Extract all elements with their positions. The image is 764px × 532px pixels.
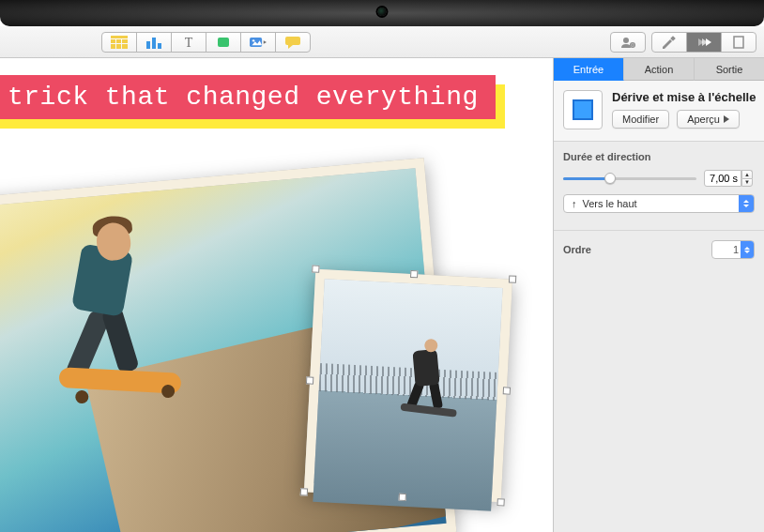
svg-rect-16: [285, 37, 300, 45]
duration-slider[interactable]: [563, 172, 696, 185]
format-inspector-button[interactable]: [651, 32, 687, 53]
media-icon: [250, 36, 267, 49]
svg-rect-8: [152, 38, 156, 49]
inspector-tabs: Entrée Action Sortie: [554, 58, 764, 81]
tab-exit[interactable]: Sortie: [695, 58, 764, 81]
photo-small-skater[interactable]: [304, 269, 512, 503]
arrow-up-icon: ↑: [572, 198, 577, 209]
document-inspector-button[interactable]: [721, 32, 756, 53]
chart-icon: [145, 36, 162, 49]
animate-inspector-button[interactable]: [686, 32, 722, 53]
svg-rect-4: [111, 44, 115, 49]
animation-name: Dérive et mise à l'échelle: [612, 90, 755, 104]
svg-rect-26: [734, 37, 743, 48]
svg-rect-5: [116, 44, 121, 49]
stepper-down[interactable]: ▼: [741, 178, 753, 188]
insert-table-button[interactable]: [101, 32, 137, 53]
svg-text:T: T: [185, 36, 193, 49]
text-icon: T: [180, 36, 197, 49]
order-popup[interactable]: 1: [711, 240, 755, 259]
order-label: Ordre: [563, 244, 711, 255]
resize-handle[interactable]: [497, 498, 504, 506]
laptop-bezel: [0, 0, 764, 26]
direction-value: Vers le haut: [583, 198, 637, 209]
insert-media-button[interactable]: [240, 32, 276, 53]
table-icon: [111, 36, 128, 49]
chevron-updown-icon: [741, 241, 754, 258]
svg-marker-17: [288, 45, 293, 49]
svg-rect-9: [158, 43, 161, 49]
duration-section: Durée et direction ▲ ▼ ↑ Vers le haut: [554, 142, 764, 226]
insert-text-button[interactable]: T: [171, 32, 206, 53]
animation-thumbnail: [563, 90, 603, 129]
svg-rect-2: [116, 39, 121, 43]
insert-chart-button[interactable]: [136, 32, 172, 53]
duration-stepper[interactable]: ▲ ▼: [741, 170, 753, 187]
drift-scale-icon: [573, 99, 593, 120]
svg-rect-0: [111, 36, 128, 38]
tab-action[interactable]: Action: [624, 58, 695, 81]
stepper-up[interactable]: ▲: [741, 170, 753, 178]
svg-rect-22: [670, 36, 676, 41]
svg-point-13: [252, 39, 254, 41]
svg-rect-1: [111, 39, 115, 43]
direction-popup[interactable]: ↑ Vers le haut: [563, 194, 755, 213]
insert-shape-button[interactable]: [206, 32, 241, 53]
svg-rect-11: [218, 38, 229, 47]
slider-thumb[interactable]: [604, 173, 616, 184]
format-icon: [661, 36, 678, 49]
play-icon: [724, 115, 729, 123]
resize-handle[interactable]: [509, 275, 516, 282]
resize-handle[interactable]: [503, 387, 511, 394]
insert-group: T: [101, 32, 311, 53]
collaborate-icon: [619, 36, 636, 49]
order-row: Ordre 1: [554, 235, 764, 265]
camera-icon: [378, 8, 387, 16]
divider: [554, 230, 764, 231]
duration-field[interactable]: [704, 170, 741, 187]
svg-rect-3: [122, 39, 128, 43]
toolbar: T: [0, 26, 764, 58]
slide-canvas[interactable]: trick that changed everything: [0, 58, 553, 532]
svg-rect-7: [146, 41, 150, 49]
comment-icon: [284, 36, 301, 49]
chevron-updown-icon: [739, 195, 754, 212]
animation-header: Dérive et mise à l'échelle Modifier Aper…: [554, 81, 764, 142]
insert-comment-button[interactable]: [275, 32, 311, 53]
svg-marker-15: [264, 40, 267, 43]
order-value: 1: [733, 244, 739, 255]
inspector-panel: Entrée Action Sortie Dérive et mise à l'…: [553, 58, 764, 532]
tab-entry[interactable]: Entrée: [554, 58, 624, 81]
animate-icon: [695, 36, 712, 49]
svg-point-18: [623, 38, 629, 43]
modify-button[interactable]: Modifier: [612, 110, 669, 129]
collaborate-button[interactable]: [610, 32, 646, 53]
right-group: [604, 32, 756, 53]
document-icon: [730, 36, 747, 49]
duration-direction-label: Durée et direction: [563, 151, 755, 162]
shape-icon: [215, 36, 232, 49]
slide-title-text[interactable]: trick that changed everything: [0, 75, 496, 119]
svg-rect-6: [122, 44, 128, 49]
preview-button[interactable]: Aperçu: [677, 110, 740, 129]
svg-marker-25: [706, 38, 711, 46]
